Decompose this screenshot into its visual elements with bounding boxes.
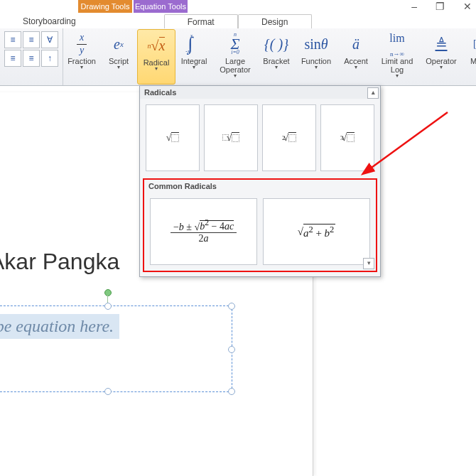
svg-line-0 [369, 112, 448, 169]
tab-format[interactable]: Format [164, 14, 238, 29]
resize-handle-bottom-right[interactable] [228, 388, 235, 395]
dropdown-icon: ▾ [337, 64, 374, 70]
rotate-handle[interactable] [104, 289, 112, 296]
fraction-icon: xy [63, 31, 100, 57]
ribbon-tab-strip: Storyboarding Format Design [0, 13, 476, 29]
limit-icon: limn→∞ [374, 31, 420, 57]
resize-handle-top-right[interactable] [228, 303, 235, 310]
large-operator-icon: nΣi=0 [212, 31, 258, 57]
matrix-icon: [1 00 1] [463, 31, 476, 57]
bracket-icon: {( )} [258, 31, 295, 57]
script-icon: ex [100, 31, 137, 57]
symbols-group-fragment: ≡ ≡ ∀ ≡ ≡ ↑ [0, 28, 63, 85]
large-operator-label: Large Operator [220, 57, 250, 74]
close-icon[interactable]: ✕ [463, 1, 472, 11]
resize-handle-top[interactable] [104, 303, 112, 310]
gallery-section-common: Common Radicals [144, 180, 376, 193]
script-button[interactable]: ex Script▾ [100, 28, 137, 85]
radical-button[interactable]: n√x Radical▾ [137, 29, 175, 85]
radical-tile-sqrt[interactable]: √ [146, 104, 200, 171]
slide-title-text[interactable]: Akar Pangka [0, 249, 119, 275]
minimize-icon[interactable]: – [411, 1, 417, 11]
context-tab-equation-tools: Equation Tools [134, 0, 188, 13]
resize-handle-bottom[interactable] [104, 388, 112, 395]
radical-tile-cuberoot-2[interactable]: 2√ [262, 104, 316, 171]
accent-icon: ä [337, 31, 374, 57]
resize-handle-right[interactable] [228, 346, 235, 353]
gallery-scroll-down[interactable]: ▾ [363, 258, 374, 269]
mini-btn-4[interactable]: ≡ [4, 50, 21, 67]
function-button[interactable]: sinθ Function▾ [295, 28, 337, 85]
tab-design[interactable]: Design [238, 14, 312, 29]
operator-button[interactable]: ≜ Operator▾ [420, 28, 463, 85]
integral-button[interactable]: ∫x-x Integral▾ [175, 28, 212, 85]
limit-log-label: Limit and Log [382, 57, 413, 74]
common-radical-quadratic[interactable]: −b ± √b2 − 4ac2a [150, 198, 257, 265]
mini-btn-3[interactable]: ∀ [41, 31, 58, 48]
context-tab-drawing-tools: Drawing Tools [78, 0, 132, 13]
restore-icon[interactable]: ❐ [436, 1, 445, 11]
mini-btn-1[interactable]: ≡ [4, 31, 21, 48]
gallery-section-radicals: Radicals ▴ [140, 86, 380, 99]
limit-log-button[interactable]: limn→∞ Limit and Log▾ [374, 28, 420, 85]
large-operator-button[interactable]: nΣi=0 Large Operator▾ [212, 28, 258, 85]
equation-placeholder-text[interactable]: ype equation here. [0, 314, 119, 339]
matrix-label: Matrix [470, 57, 476, 65]
common-radical-hypotenuse[interactable]: √a2 + b2 [263, 198, 370, 265]
tab-storyboarding[interactable]: Storyboarding [13, 14, 86, 28]
fraction-button[interactable]: xy Fraction▾ [63, 28, 100, 85]
mini-btn-2[interactable]: ≡ [23, 31, 40, 48]
gallery-section-radicals-label: Radicals [144, 88, 176, 97]
radical-gallery: Radicals ▴ √ √ 2√ 3√ Common Radicals −b … [139, 85, 381, 277]
gallery-scroll-up[interactable]: ▴ [367, 87, 379, 99]
operator-icon: ≜ [420, 31, 463, 57]
radical-icon: n√x [138, 33, 175, 58]
gallery-common-radicals-highlight: Common Radicals −b ± √b2 − 4ac2a √a2 + b… [143, 178, 377, 272]
mini-btn-5[interactable]: ≡ [23, 50, 40, 67]
accent-button[interactable]: ä Accent▾ [337, 28, 374, 85]
rotate-handle-line [107, 295, 108, 303]
function-icon: sinθ [295, 31, 337, 57]
radical-tile-cuberoot-3[interactable]: 3√ [320, 104, 374, 171]
mini-btn-6[interactable]: ↑ [41, 50, 58, 67]
structures-group: xy Fraction▾ ex Script▾ n√x Radical▾ ∫x-… [63, 28, 476, 85]
integral-icon: ∫x-x [175, 31, 212, 57]
dropdown-icon: ▾ [100, 64, 137, 70]
dropdown-icon: ▾ [374, 72, 420, 79]
bracket-button[interactable]: {( )} Bracket▾ [258, 28, 295, 85]
radical-tile-nthroot[interactable]: √ [204, 104, 258, 171]
ribbon-body: ≡ ≡ ∀ ≡ ≡ ↑ xy Fraction▾ ex Script▾ n√x … [0, 28, 476, 86]
matrix-button[interactable]: [1 00 1] Matrix▾ [463, 28, 476, 85]
